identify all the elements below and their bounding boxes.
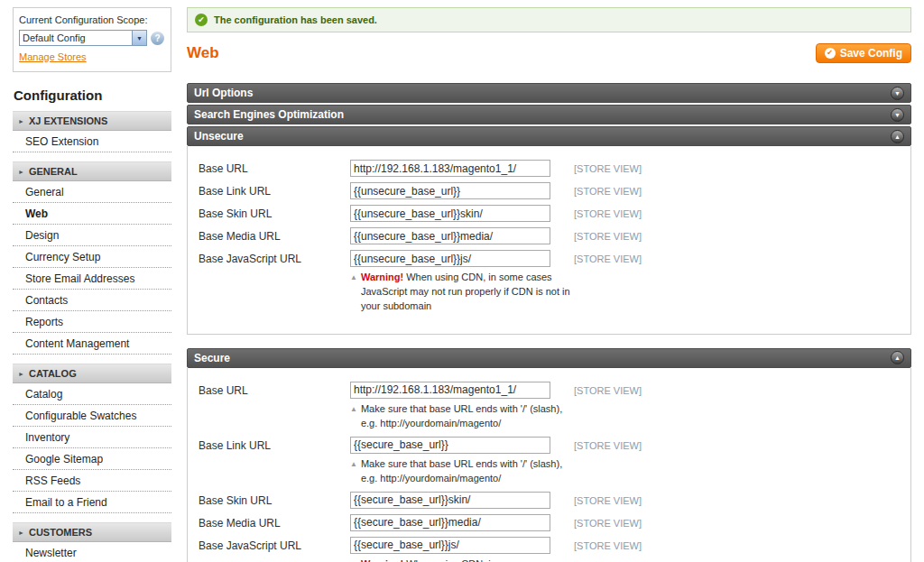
field-label-base-link-url: Base Link URL: [199, 437, 350, 452]
note-text: Make sure that base URL ends with '/' (s…: [361, 457, 574, 486]
sidebar-item-configurable-swatches[interactable]: Configurable Swatches: [13, 405, 171, 427]
field-row-base-skin-url: Base Skin URL[STORE VIEW]: [199, 205, 900, 222]
field-control-base-link-url: ▲Make sure that base URL ends with '/' (…: [350, 437, 574, 486]
sidebar-item-newsletter[interactable]: Newsletter: [13, 542, 171, 562]
sidebar-nav: ►XJ EXTENSIONSSEO Extension►GENERALGener…: [13, 111, 171, 562]
field-control-base-skin-url: [350, 205, 574, 222]
nav-group-header-customers[interactable]: ►CUSTOMERS: [13, 522, 171, 542]
success-message: ✔ The configuration has been saved.: [187, 7, 911, 32]
field-row-base-link-url: Base Link URL▲Make sure that base URL en…: [199, 437, 900, 486]
sidebar-item-general[interactable]: General: [13, 181, 171, 203]
sidebar-title: Configuration: [14, 88, 171, 103]
field-row-base-skin-url: Base Skin URL[STORE VIEW]: [199, 492, 900, 509]
note-marker-icon: ▲: [350, 271, 357, 314]
section-header-secure[interactable]: Secure▲: [187, 348, 911, 368]
input-base-javascript-url[interactable]: [350, 250, 550, 267]
sidebar-item-store-email-addresses[interactable]: Store Email Addresses: [13, 268, 171, 290]
warning-label: Warning!: [361, 272, 403, 282]
save-icon: ✔: [825, 48, 836, 59]
field-row-base-media-url: Base Media URL[STORE VIEW]: [199, 514, 900, 531]
main-content: ✔ The configuration has been saved. Web …: [187, 7, 911, 562]
collapse-icon[interactable]: ▲: [891, 351, 904, 364]
scope-label: [STORE VIEW]: [574, 514, 900, 529]
expand-icon[interactable]: ▼: [891, 87, 904, 100]
note-marker-icon: ▲: [350, 557, 357, 562]
section-content-unsecure: Base URL[STORE VIEW]Base Link URL[STORE …: [187, 146, 911, 335]
sidebar-item-design[interactable]: Design: [13, 225, 171, 246]
nav-arrow-icon: ►: [18, 169, 24, 175]
field-note-base-link-url: ▲Make sure that base URL ends with '/' (…: [350, 457, 574, 486]
success-message-text: The configuration has been saved.: [214, 14, 377, 25]
sidebar-item-catalog[interactable]: Catalog: [13, 383, 171, 405]
field-control-base-media-url: [350, 227, 574, 244]
help-icon[interactable]: ?: [151, 32, 164, 45]
sidebar-item-seo-extension[interactable]: SEO Extension: [13, 131, 171, 152]
input-base-url[interactable]: [350, 160, 550, 177]
field-control-base-link-url: [350, 182, 574, 199]
note-text: Make sure that base URL ends with '/' (s…: [361, 402, 574, 431]
field-label-base-javascript-url: Base JavaScript URL: [199, 250, 350, 265]
nav-group-label: XJ EXTENSIONS: [29, 115, 107, 126]
section-search-engines-optimization: Search Engines Optimization▼: [187, 105, 911, 124]
config-scope-selected-value: Default Config: [20, 32, 132, 43]
field-control-base-javascript-url: ▲Warning! When using CDN, in some cases …: [350, 537, 574, 562]
success-check-icon: ✔: [195, 14, 208, 26]
section-title: Secure: [194, 352, 230, 364]
nav-group-label: CUSTOMERS: [29, 527, 92, 538]
nav-group-header-general[interactable]: ►GENERAL: [13, 161, 171, 181]
input-base-javascript-url[interactable]: [350, 537, 550, 554]
input-base-skin-url[interactable]: [350, 205, 550, 222]
sidebar-item-currency-setup[interactable]: Currency Setup: [13, 246, 171, 268]
sidebar-item-inventory[interactable]: Inventory: [13, 427, 171, 448]
config-scope-select[interactable]: Default Config ▼: [19, 30, 147, 46]
section-header-unsecure[interactable]: Unsecure▲: [187, 126, 911, 146]
field-label-base-url: Base URL: [199, 160, 350, 175]
field-label-base-skin-url: Base Skin URL: [199, 205, 350, 220]
field-row-base-media-url: Base Media URL[STORE VIEW]: [199, 227, 900, 244]
manage-stores-link[interactable]: Manage Stores: [19, 51, 87, 62]
nav-arrow-icon: ►: [18, 371, 24, 377]
note-marker-icon: ▲: [350, 457, 357, 486]
collapse-icon[interactable]: ▲: [891, 130, 904, 143]
sidebar-item-email-to-a-friend[interactable]: Email to a Friend: [13, 492, 171, 513]
sidebar-item-web[interactable]: Web: [13, 203, 171, 225]
sidebar-item-contacts[interactable]: Contacts: [13, 290, 171, 311]
section-content-secure: Base URL▲Make sure that base URL ends wi…: [187, 368, 911, 562]
sidebar-item-reports[interactable]: Reports: [13, 311, 171, 333]
scope-label: [STORE VIEW]: [574, 537, 900, 551]
nav-arrow-icon: ►: [18, 530, 24, 536]
section-url-options: Url Options▼: [187, 83, 911, 103]
nav-group-header-xj-extensions[interactable]: ►XJ EXTENSIONS: [13, 111, 171, 131]
nav-group-xj-extensions: ►XJ EXTENSIONSSEO Extension: [13, 111, 171, 152]
field-control-base-skin-url: [350, 492, 574, 509]
field-control-base-url: [350, 160, 574, 177]
input-base-link-url[interactable]: [350, 182, 550, 199]
nav-group-header-catalog[interactable]: ►CATALOG: [13, 364, 171, 383]
nav-group-customers: ►CUSTOMERSNewsletterCustomer Configurati…: [13, 522, 171, 562]
field-control-base-media-url: [350, 514, 574, 531]
input-base-media-url[interactable]: [350, 514, 550, 531]
sidebar-item-rss-feeds[interactable]: RSS Feeds: [13, 470, 171, 492]
section-header-search-engines-optimization[interactable]: Search Engines Optimization▼: [187, 105, 911, 124]
input-base-media-url[interactable]: [350, 227, 550, 244]
section-header-url-options[interactable]: Url Options▼: [187, 83, 911, 103]
field-label-base-media-url: Base Media URL: [199, 514, 350, 530]
input-base-skin-url[interactable]: [350, 492, 550, 509]
sidebar-item-google-sitemap[interactable]: Google Sitemap: [13, 448, 171, 470]
dropdown-arrow-icon: ▼: [132, 31, 146, 45]
input-base-url[interactable]: [350, 382, 550, 399]
sidebar-item-content-management[interactable]: Content Management: [13, 333, 171, 355]
warning-text: Warning! When using CDN, in some cases J…: [361, 557, 574, 562]
save-config-button[interactable]: ✔ Save Config: [816, 43, 911, 63]
field-row-base-javascript-url: Base JavaScript URL▲Warning! When using …: [199, 537, 900, 562]
section-title: Search Engines Optimization: [194, 108, 344, 121]
expand-icon[interactable]: ▼: [891, 108, 904, 122]
config-sections: Url Options▼Search Engines Optimization▼…: [187, 83, 911, 562]
input-base-link-url[interactable]: [350, 437, 550, 454]
config-scope-box: Current Configuration Scope: Default Con…: [13, 7, 171, 72]
field-warning-base-javascript-url: ▲Warning! When using CDN, in some cases …: [350, 557, 574, 562]
field-label-base-url: Base URL: [199, 382, 350, 397]
field-warning-base-javascript-url: ▲Warning! When using CDN, in some cases …: [350, 271, 574, 314]
field-row-base-link-url: Base Link URL[STORE VIEW]: [199, 182, 900, 199]
section-unsecure: Unsecure▲Base URL[STORE VIEW]Base Link U…: [187, 126, 911, 335]
